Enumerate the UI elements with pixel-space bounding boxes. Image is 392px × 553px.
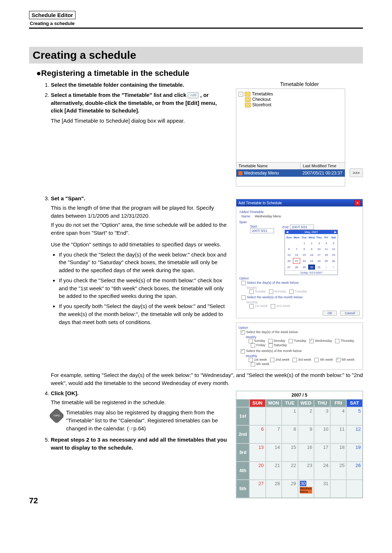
cal-title: 2007 / 5 bbox=[236, 391, 363, 399]
chk-w5[interactable] bbox=[336, 358, 340, 362]
cal-day-cell[interactable]: 27 bbox=[249, 480, 266, 498]
cal-day-cell[interactable]: 10 bbox=[314, 425, 330, 443]
cal-day-cell[interactable]: 22 bbox=[282, 462, 298, 480]
cal-day-cell[interactable]: 17 bbox=[314, 443, 330, 462]
cal-day-cell[interactable]: 3 bbox=[314, 407, 330, 425]
cal-day-cell[interactable]: 18 bbox=[330, 443, 347, 462]
add-button-inline[interactable]: Add bbox=[188, 92, 199, 98]
cal-day-cell[interactable]: 6 bbox=[249, 425, 266, 443]
cal-day-cell[interactable] bbox=[346, 480, 363, 498]
dow-fri: FRI bbox=[330, 399, 347, 407]
cal-day-cell[interactable] bbox=[266, 407, 282, 425]
timetable-row[interactable]: Wednesday Menu 2007/05/21 00:23:37 bbox=[236, 169, 345, 177]
select-weeks-checkbox-2[interactable] bbox=[241, 349, 245, 353]
chk-w2[interactable] bbox=[270, 358, 274, 362]
cal-day-cell[interactable]: 15 bbox=[282, 443, 298, 462]
name-label: Name: bbox=[241, 214, 251, 218]
cal-day-cell[interactable]: 2 bbox=[298, 407, 314, 425]
cal-day-cell[interactable]: 31 bbox=[314, 480, 330, 498]
step-3: Set a "Span". This is the length of time… bbox=[51, 194, 229, 326]
section-title: Creating a schedule bbox=[29, 47, 363, 64]
cal-day-cell[interactable]: 29 bbox=[282, 480, 298, 498]
tree-root-label: Timetables bbox=[252, 91, 273, 97]
cal-day-cell[interactable]: 8 bbox=[282, 425, 298, 443]
end-input[interactable]: 2007/ 5/31 bbox=[290, 225, 314, 230]
chk-w4[interactable] bbox=[314, 358, 319, 362]
step-3-p2: If you do not set the "Option" area, the… bbox=[51, 221, 229, 237]
cal-day-cell[interactable]: 9 bbox=[298, 425, 314, 443]
step-3-example: For example, setting "Select the day(s) … bbox=[29, 371, 363, 387]
cal-day-cell[interactable] bbox=[330, 480, 347, 498]
day-chk bbox=[269, 290, 273, 294]
chk-thu[interactable] bbox=[335, 339, 339, 343]
ok-button[interactable]: OK bbox=[323, 311, 337, 316]
cal-day-cell[interactable]: 11 bbox=[330, 425, 347, 443]
cancel-button[interactable]: Cancel bbox=[340, 311, 360, 316]
step-2-text-a: Select a timetable from the "Timetable" … bbox=[51, 92, 188, 98]
w0: 1st week bbox=[255, 304, 268, 308]
step-3-bullet-3: If you specify both "Select the day(s) o… bbox=[59, 302, 229, 326]
chk-w3[interactable] bbox=[293, 358, 297, 362]
cal-day-cell[interactable]: 30Wednes Menu bbox=[298, 480, 314, 498]
tree-child-checkout[interactable]: Checkout bbox=[238, 97, 343, 102]
chk-tue[interactable] bbox=[289, 339, 293, 343]
cal-day-cell[interactable]: 25 bbox=[330, 462, 347, 480]
calendar-entry[interactable]: Wednes Menu bbox=[300, 487, 313, 493]
chk-wed[interactable] bbox=[309, 339, 314, 343]
step-2-after: The [Add Timetable to Schedule] dialog b… bbox=[51, 117, 229, 125]
cal-day-cell[interactable]: 14 bbox=[266, 443, 282, 462]
cal-prev-icon[interactable]: ◀ bbox=[286, 230, 288, 234]
dialog-title: Add Timetable to Schedule bbox=[238, 201, 282, 205]
select-days-checkbox-2[interactable] bbox=[241, 330, 245, 335]
cal-day-cell[interactable]: 12 bbox=[346, 425, 363, 443]
lbl-w1: 1st week bbox=[254, 358, 267, 361]
chk-w6[interactable] bbox=[251, 362, 255, 366]
chk-mon[interactable] bbox=[268, 339, 273, 343]
cal-day-cell[interactable]: 13 bbox=[249, 443, 266, 462]
cal-day-cell[interactable]: 26 bbox=[346, 462, 363, 480]
cal-day-cell[interactable]: 23 bbox=[298, 462, 314, 480]
cal-day-cell[interactable]: 7 bbox=[266, 425, 282, 443]
cal-day-cell[interactable]: 28 bbox=[266, 480, 282, 498]
dow-sun: SUN bbox=[249, 399, 266, 407]
timetable-folder-panel: - Timetables Checkout Storefront bbox=[236, 89, 345, 187]
folder-tree[interactable]: - Timetables Checkout Storefront bbox=[236, 89, 345, 162]
mini-cal-today[interactable]: Today: 5/21/2007 bbox=[285, 270, 338, 275]
dow-sat: SAT bbox=[346, 399, 363, 407]
folder-icon bbox=[245, 92, 250, 97]
close-icon[interactable]: × bbox=[355, 200, 360, 206]
start-input[interactable]: 2007/ 5/21 bbox=[250, 228, 274, 233]
tree-child-storefront[interactable]: Storefront bbox=[238, 102, 343, 107]
tree-root[interactable]: - Timetables bbox=[238, 91, 343, 97]
cal-day-cell[interactable]: 24 bbox=[314, 462, 330, 480]
tips-row: TIPS Timetables may also be registered b… bbox=[51, 409, 229, 432]
cal-day-cell[interactable]: 4 bbox=[330, 407, 347, 425]
select-weeks-checkbox[interactable] bbox=[241, 295, 246, 300]
chk-fri[interactable] bbox=[251, 343, 255, 348]
add-to-schedule-button[interactable]: >>> bbox=[350, 168, 363, 177]
timetable-folder-caption: Timetable folder bbox=[236, 81, 363, 87]
lbl-w3: 3rd week bbox=[298, 358, 311, 361]
cal-day-cell[interactable]: 16 bbox=[298, 443, 314, 462]
tree-toggle-icon[interactable]: - bbox=[238, 92, 243, 97]
header-title: Schedule Editor bbox=[29, 11, 75, 19]
chk-sat[interactable] bbox=[269, 343, 273, 348]
cal-corner bbox=[236, 399, 249, 407]
cal-day-cell[interactable] bbox=[249, 407, 266, 425]
timetable-icon bbox=[238, 171, 242, 175]
cal-day-cell[interactable]: 5 bbox=[346, 407, 363, 425]
cal-next-icon[interactable]: ▶ bbox=[334, 230, 336, 234]
end-label: End: bbox=[282, 225, 289, 229]
cal-day-cell[interactable]: 21 bbox=[266, 462, 282, 480]
chk-sun[interactable] bbox=[249, 339, 253, 343]
cal-day-cell[interactable]: 19 bbox=[346, 443, 363, 462]
cal-day-cell[interactable]: 20 bbox=[249, 462, 266, 480]
mini-calendar[interactable]: ◀May, 2007▶ SunMonTueWedThuFriSat 12345 … bbox=[285, 230, 338, 275]
name-value: Wednesday Menu bbox=[255, 214, 281, 218]
chk-w1[interactable] bbox=[249, 358, 253, 362]
cal-day-cell[interactable]: 1 bbox=[282, 407, 298, 425]
th-time: Last Modified Time bbox=[301, 163, 344, 169]
month-calendar: 2007 / 5 SUN MON TUE WED THU FRI SAT 1st… bbox=[236, 391, 363, 498]
lbl-sat: Saturday bbox=[274, 343, 287, 347]
select-days-checkbox[interactable] bbox=[241, 281, 246, 285]
